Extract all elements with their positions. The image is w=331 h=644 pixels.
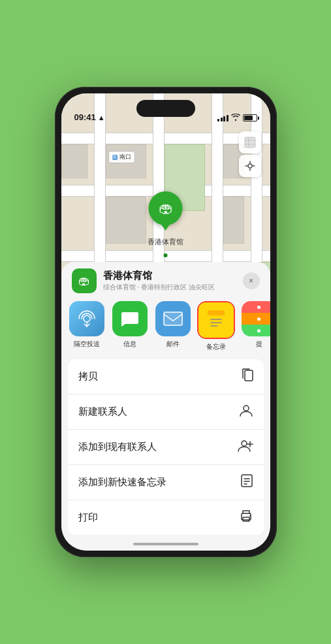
new-contact-label: 新建联系人 (78, 406, 127, 418)
map-type-button[interactable] (239, 131, 261, 153)
airdrop-label: 隔空投送 (74, 340, 100, 349)
share-item-notes[interactable]: 备忘录 (197, 301, 235, 351)
mail-label: 邮件 (166, 340, 180, 349)
svg-rect-15 (245, 370, 253, 381)
place-icon: 🏟 (72, 268, 97, 293)
svg-point-17 (242, 441, 247, 446)
add-contact-icon (238, 438, 253, 456)
add-contact-label: 添加到现有联系人 (78, 441, 157, 453)
phone-screen: 09:41 ▲ (61, 93, 270, 551)
svg-rect-8 (164, 312, 182, 325)
location-button[interactable] (239, 155, 261, 177)
place-header: 🏟 香港体育馆 综合体育馆 · 香港特别行政区 油尖旺区 × (61, 262, 270, 293)
close-button[interactable]: × (243, 272, 260, 289)
print-label: 打印 (78, 511, 98, 524)
share-row: 隔空投送 信息 (61, 293, 270, 357)
notes-label: 备忘录 (206, 342, 226, 351)
svg-rect-11 (208, 313, 225, 315)
action-print[interactable]: 打印 (68, 500, 264, 535)
signal-bars (217, 115, 229, 121)
map-controls (239, 131, 261, 177)
action-new-contact[interactable]: 新建联系人 (68, 394, 264, 430)
action-copy[interactable]: 拷贝 (68, 359, 264, 394)
notes-icon-wrapper (197, 301, 235, 339)
pin-label: 香港体育馆 (148, 237, 183, 247)
svg-rect-25 (243, 517, 249, 521)
svg-rect-0 (245, 137, 255, 148)
add-note-label: 添加到新快速备忘录 (78, 476, 166, 489)
svg-point-16 (244, 406, 249, 411)
mail-icon (155, 301, 191, 336)
more-label: 提 (256, 340, 262, 349)
svg-rect-20 (242, 475, 252, 487)
share-item-mail[interactable]: 邮件 (154, 301, 192, 351)
wifi-icon (231, 114, 240, 122)
message-icon (112, 301, 148, 336)
copy-label: 拷贝 (78, 370, 98, 383)
print-icon (239, 509, 253, 526)
action-add-contact[interactable]: 添加到现有联系人 (68, 430, 264, 465)
action-add-note[interactable]: 添加到新快速备忘录 (68, 465, 264, 500)
status-time: 09:41 (74, 112, 96, 122)
battery-icon (243, 114, 257, 121)
bottom-sheet: 🏟 香港体育馆 综合体育馆 · 香港特别行政区 油尖旺区 × (61, 262, 270, 551)
status-icons (217, 114, 257, 122)
stadium-icon: 🏟 (159, 200, 173, 217)
location-arrow-icon: ▲ (98, 114, 105, 121)
map-label-text: 南口 (119, 153, 131, 161)
svg-point-1 (248, 164, 252, 168)
action-list: 拷贝 新建联系人 (68, 359, 264, 535)
dynamic-island (136, 100, 195, 117)
add-note-icon (240, 474, 253, 491)
svg-point-6 (84, 315, 90, 322)
message-label: 信息 (123, 340, 136, 349)
copy-icon (240, 368, 253, 385)
share-item-message[interactable]: 信息 (111, 301, 149, 351)
place-info: 🏟 香港体育馆 综合体育馆 · 香港特别行政区 油尖旺区 (72, 268, 243, 293)
stadium-pin: 🏟 香港体育馆 (148, 191, 183, 247)
map-label: 南 南口 (108, 151, 135, 163)
new-contact-icon (239, 403, 253, 421)
phone-frame: 09:41 ▲ (55, 87, 277, 557)
share-item-airdrop[interactable]: 隔空投送 (68, 301, 106, 351)
place-name: 香港体育馆 (103, 270, 243, 282)
more-icon (242, 301, 270, 336)
place-description: 综合体育馆 · 香港特别行政区 油尖旺区 (103, 283, 243, 292)
notes-icon (198, 302, 234, 338)
share-item-more[interactable]: 提 (240, 301, 270, 351)
svg-point-26 (249, 515, 251, 517)
home-indicator (133, 543, 198, 545)
airdrop-icon (69, 301, 104, 336)
